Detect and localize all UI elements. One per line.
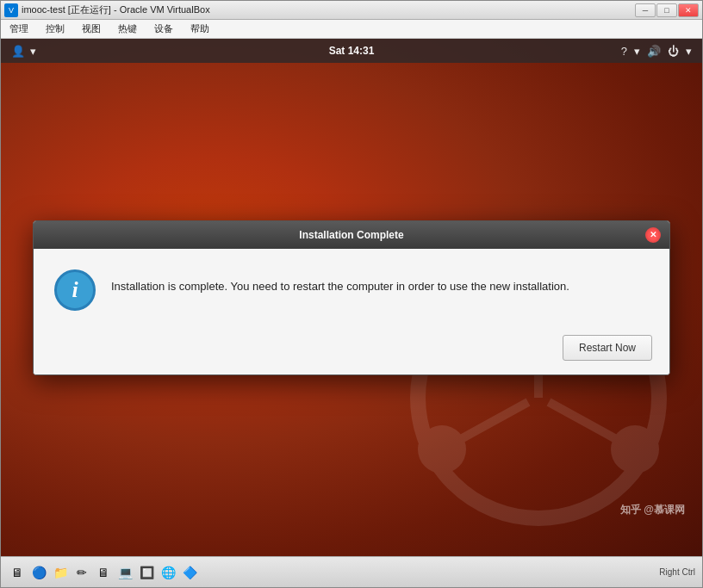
taskbar-icon-4: ✏ xyxy=(72,563,91,582)
taskbar-left: 🖥 🔵 📁 ✏ 🖥 💻 🔲 🌐 🔷 xyxy=(8,563,199,582)
title-bar-left: V imooc-test [正在运行] - Oracle VM VirtualB… xyxy=(4,3,210,17)
taskbar-icon-1: 🖥 xyxy=(8,563,27,582)
title-bar: V imooc-test [正在运行] - Oracle VM VirtualB… xyxy=(1,1,702,20)
maximize-button[interactable]: □ xyxy=(656,3,677,17)
menu-item-hotkey[interactable]: 热键 xyxy=(113,21,142,37)
dialog-message: Installation is complete. You need to re… xyxy=(111,269,649,295)
taskbar-icon-3: 📁 xyxy=(51,563,70,582)
taskbar-icon-5: 🖥 xyxy=(94,563,113,582)
virtualbox-window: V imooc-test [正在运行] - Oracle VM VirtualB… xyxy=(0,0,703,588)
vm-content: 👤 ▾ Sat 14:31 ? ▾ 🔊 ⏻ ▾ I xyxy=(1,39,702,556)
dialog-overlay: Installation Complete ✕ i Installation i… xyxy=(1,39,702,556)
menu-item-view[interactable]: 视图 xyxy=(77,21,106,37)
taskbar-icon-9: 🔷 xyxy=(180,563,199,582)
restart-now-button[interactable]: Restart Now xyxy=(563,335,652,361)
dialog-title: Installation Complete xyxy=(58,229,645,241)
menu-item-control[interactable]: 控制 xyxy=(40,21,70,37)
taskbar-icon-7: 🔲 xyxy=(137,563,156,582)
taskbar-icon-8: 🌐 xyxy=(159,563,177,582)
window-controls: ─ □ ✕ xyxy=(635,3,699,17)
taskbar-icon-2: 🔵 xyxy=(29,563,48,582)
right-ctrl-label: Right Ctrl xyxy=(659,567,695,577)
close-button[interactable]: ✕ xyxy=(678,3,699,17)
ubuntu-desktop: 👤 ▾ Sat 14:31 ? ▾ 🔊 ⏻ ▾ I xyxy=(1,39,702,556)
taskbar-system-icons: 🖥 🔵 📁 ✏ 🖥 💻 🔲 🌐 🔷 xyxy=(8,563,199,582)
dialog-footer: Restart Now xyxy=(34,328,669,374)
dialog-close-button[interactable]: ✕ xyxy=(645,227,661,243)
menu-bar: 管理 控制 视图 热键 设备 帮助 xyxy=(1,20,702,39)
installation-complete-dialog: Installation Complete ✕ i Installation i… xyxy=(33,220,670,375)
taskbar-right: Right Ctrl xyxy=(656,567,695,577)
dialog-body: i Installation is complete. You need to … xyxy=(34,249,669,328)
menu-item-help[interactable]: 帮助 xyxy=(185,21,215,37)
taskbar-icon-6: 💻 xyxy=(115,563,134,582)
vbox-taskbar: 🖥 🔵 📁 ✏ 🖥 💻 🔲 🌐 🔷 Right Ctrl xyxy=(1,556,702,587)
minimize-button[interactable]: ─ xyxy=(635,3,656,17)
window-title: imooc-test [正在运行] - Oracle VM VirtualBox xyxy=(22,3,210,16)
vbox-icon: V xyxy=(4,3,18,17)
menu-item-devices[interactable]: 设备 xyxy=(149,21,178,37)
menu-item-manage[interactable]: 管理 xyxy=(4,21,34,37)
info-icon: i xyxy=(54,269,96,311)
dialog-titlebar: Installation Complete ✕ xyxy=(34,221,669,249)
